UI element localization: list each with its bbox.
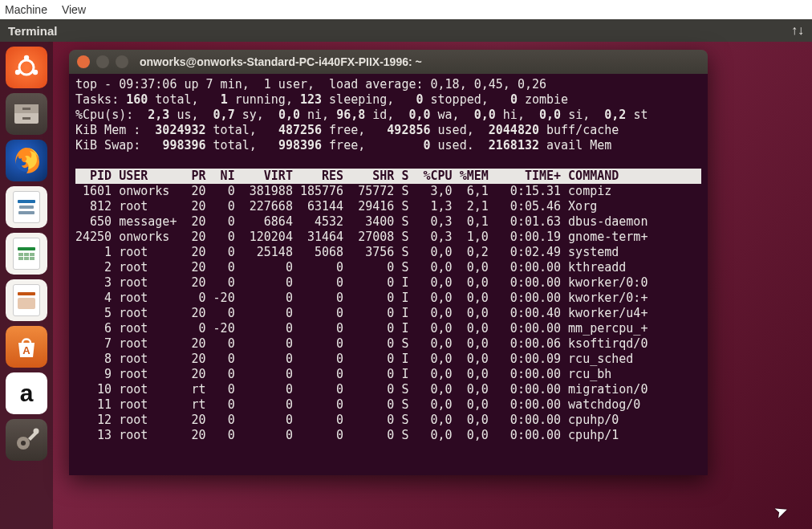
window-title: onworks@onworks-Standard-PC-i440FX-PIIX-… [140,55,422,68]
svg-point-2 [15,70,20,75]
panel-app-title: Terminal [8,24,791,38]
gear-wrench-icon [12,425,41,454]
window-maximize-button[interactable] [116,55,128,68]
window-minimize-button[interactable] [96,55,109,68]
svg-point-3 [33,70,38,75]
svg-rect-7 [22,117,30,120]
window-close-button[interactable] [77,55,90,68]
svg-point-12 [34,429,39,434]
unity-top-panel: Terminal ↑↓ [0,19,812,42]
impress-doc-icon [13,284,40,316]
launcher-impress[interactable] [6,279,47,321]
svg-rect-6 [22,108,30,110]
svg-point-11 [21,441,26,446]
file-cabinet-icon [12,102,41,126]
menu-view[interactable]: View [62,3,86,16]
svg-point-1 [24,55,29,60]
unity-launcher[interactable]: A a [0,42,53,529]
launcher-settings[interactable] [6,419,47,461]
menu-machine[interactable]: Machine [5,3,47,16]
amazon-a-icon: a [20,380,34,407]
firefox-icon [10,144,43,177]
svg-point-0 [19,60,34,75]
mouse-cursor-icon: ➤ [771,500,790,523]
terminal-window[interactable]: onworks@onworks-Standard-PC-i440FX-PIIX-… [69,50,708,475]
launcher-firefox[interactable] [6,140,47,181]
launcher-writer[interactable] [6,186,47,228]
launcher-amazon[interactable]: a [6,372,47,414]
ubuntu-logo-icon [13,54,40,81]
launcher-software[interactable]: A [6,326,47,368]
ubuntu-desktop: Terminal ↑↓ [0,19,812,529]
window-titlebar[interactable]: onworks@onworks-Standard-PC-i440FX-PIIX-… [69,50,708,74]
vm-host-menubar[interactable]: Machine View [0,0,812,19]
shopping-bag-icon: A [13,333,40,360]
system-indicators[interactable]: ↑↓ [791,23,804,38]
svg-text:A: A [22,344,30,356]
launcher-dash[interactable] [6,47,47,88]
launcher-calc[interactable] [6,233,47,275]
network-updown-icon[interactable]: ↑↓ [791,23,804,38]
writer-doc-icon [13,191,40,223]
launcher-files[interactable] [6,93,47,135]
terminal-content[interactable]: top - 09:37:06 up 7 min, 1 user, load av… [69,74,708,475]
calc-doc-icon [13,238,40,270]
